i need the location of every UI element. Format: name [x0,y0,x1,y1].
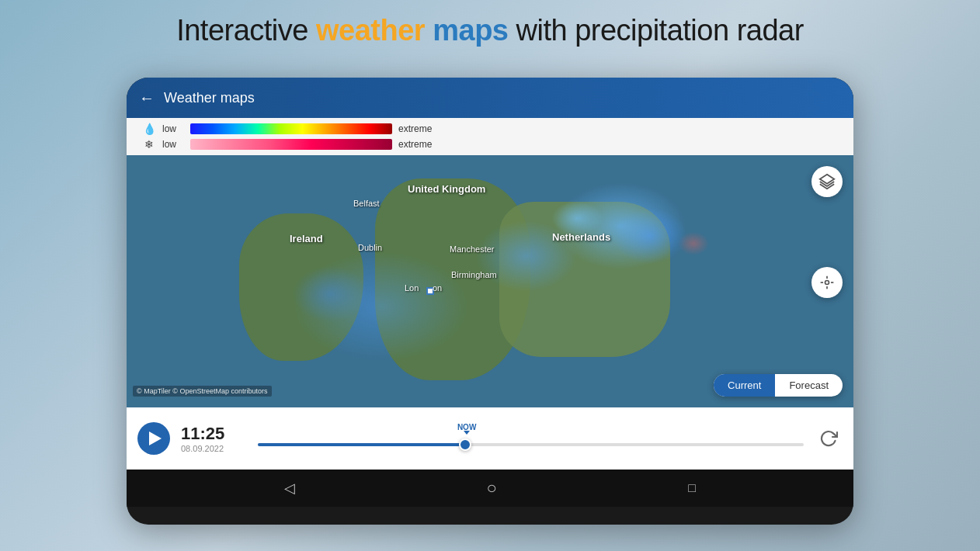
map-area[interactable]: Belfast Dublin Manchester Birmingham Lon… [127,155,853,407]
playback-bar: 11:25 08.09.2022 NOW [127,407,853,470]
time-date: 08.09.2022 [181,444,247,453]
legend-bar: 💧 low extreme ❄ low extreme [127,118,853,155]
rain-icon: 💧 [142,123,156,135]
city-birmingham: Birmingham [451,270,497,279]
country-ireland: Ireland [290,233,323,244]
device-frame: ← Weather maps 💧 low extreme ❄ low extre… [127,78,853,525]
city-london: Lon [405,283,419,293]
current-button[interactable]: Current [714,374,775,397]
time-display: 11:25 08.09.2022 [181,424,247,453]
city-london-2: on [433,283,442,293]
radar-overlay [127,155,853,407]
map-controls [811,166,843,298]
svg-point-1 [825,281,829,285]
page-title: Interactive weather maps with precipitat… [0,0,980,58]
snow-gradient [190,139,392,150]
title-maps: maps [433,14,508,47]
locate-button[interactable] [811,267,843,298]
nav-back-icon[interactable]: ◁ [284,480,295,497]
slider-track[interactable] [258,443,804,446]
city-dublin: Dublin [358,243,382,252]
title-weather: weather [316,14,425,47]
legend-rain-row: 💧 low extreme [142,123,838,135]
play-button[interactable] [137,422,170,455]
country-netherlands: Netherlands [552,231,610,243]
title-plain: Interactive [176,14,316,47]
legend-snow-row: ❄ low extreme [142,138,838,151]
app-title: Weather maps [164,90,255,106]
snow-low: low [162,139,184,150]
nav-home-icon[interactable]: ○ [487,478,497,498]
country-uk: United Kingdom [408,183,485,195]
now-arrow [464,431,470,435]
nav-bar: ◁ ○ □ [127,470,853,507]
timeline-slider[interactable]: NOW [258,423,804,454]
layers-button[interactable] [811,166,843,197]
map-toggle: Current Forecast [714,374,843,397]
refresh-button[interactable] [815,425,843,452]
map-copyright: © MapTiler © OpenStreetMap contributors [133,386,272,397]
rain-low: low [162,123,184,134]
back-button[interactable]: ← [139,89,155,107]
app-header: ← Weather maps [127,78,853,118]
rain-gradient [190,123,392,134]
snow-icon: ❄ [142,138,156,151]
rain-extreme: extreme [398,123,432,134]
time-value: 11:25 [181,424,247,444]
nav-recents-icon[interactable]: □ [688,481,696,495]
slider-thumb[interactable] [459,438,471,451]
snow-extreme: extreme [398,139,432,150]
play-icon [149,431,162,445]
slider-fill [258,443,465,446]
title-end: with precipitation radar [516,14,804,47]
city-belfast: Belfast [353,199,380,208]
city-manchester: Manchester [450,244,494,254]
forecast-button[interactable]: Forecast [775,374,843,397]
